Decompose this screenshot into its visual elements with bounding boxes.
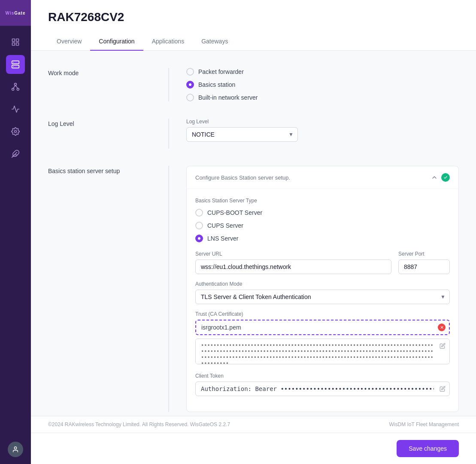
svg-point-13 [15, 131, 17, 133]
cert-textarea-wrapper [195, 339, 450, 366]
sidebar-item-analytics[interactable] [6, 100, 25, 119]
log-level-field-label: Log Level [186, 119, 459, 125]
page-title: RAK7268CV2 [48, 10, 459, 24]
server-setup-section: Basics station server setup Configure Ba… [48, 166, 459, 412]
radio-circle-lns [195, 235, 203, 242]
server-setup-card: Configure Basics Station server setup. [186, 166, 459, 412]
tab-configuration[interactable]: Configuration [90, 33, 143, 51]
server-type-radio-group: CUPS-BOOT Server CUPS Server LNS Server [195, 209, 450, 242]
collapse-icon[interactable] [431, 174, 438, 181]
svg-point-16 [14, 447, 16, 449]
svg-rect-3 [16, 43, 19, 46]
svg-rect-0 [12, 39, 15, 42]
footer: ©2024 RAKwireless Technology Limited. Al… [31, 416, 476, 433]
footer-brand: WisDM IoT Fleet Management [389, 421, 459, 427]
server-port-input[interactable] [398, 259, 450, 274]
server-port-group: Server Port [398, 251, 450, 274]
sidebar-item-devices[interactable] [6, 55, 25, 74]
radio-cups-boot[interactable]: CUPS-BOOT Server [195, 209, 450, 217]
ca-clear-button[interactable]: ✕ [438, 324, 446, 331]
radio-circle-cups [195, 222, 203, 229]
server-type-label: Basics Station Server Type [195, 198, 450, 204]
client-token-label: Client Token [195, 373, 450, 379]
radio-label-lns: LNS Server [207, 235, 238, 242]
server-setup-body: Basics Station Server Type CUPS-BOOT Ser… [187, 189, 458, 412]
server-setup-content: Configure Basics Station server setup. [186, 166, 459, 412]
radio-label-built-in-server: Built-in network server [198, 94, 258, 101]
auth-mode-label: Authentication Mode [195, 281, 450, 287]
radio-basics-station[interactable]: Basics station [186, 81, 459, 89]
svg-rect-5 [12, 65, 19, 68]
sidebar-item-settings[interactable] [6, 122, 25, 141]
log-level-content: Log Level NOTICE DEBUG INFO WARNING ERRO… [186, 119, 459, 149]
edit-cert-icon[interactable] [440, 343, 446, 349]
radio-lns[interactable]: LNS Server [195, 235, 450, 242]
server-url-label: Server URL [195, 251, 391, 257]
user-avatar[interactable] [8, 442, 23, 457]
radio-circle-built-in-server [186, 94, 194, 101]
svg-line-12 [15, 85, 18, 89]
page-header: RAK7268CV2 Overview Configuration Applic… [31, 0, 476, 51]
work-mode-section: Work mode Packet forwarder Basics statio… [48, 68, 459, 101]
section-divider-2 [168, 119, 169, 149]
radio-label-basics-station: Basics station [198, 81, 235, 88]
radio-packet-forwarder[interactable]: Packet forwarder [186, 68, 459, 76]
radio-label-packet-forwarder: Packet forwarder [198, 68, 244, 75]
auth-mode-select[interactable]: No Authentication TLS Server Authenticat… [195, 290, 450, 304]
svg-rect-1 [16, 39, 19, 42]
save-changes-button[interactable]: Save changes [397, 440, 459, 457]
client-token-group: Client Token [195, 373, 450, 396]
work-mode-content: Packet forwarder Basics station Built-in… [186, 68, 459, 101]
trust-ca-group: Trust (CA Certificate) ✕ [195, 311, 450, 366]
sidebar-bottom [8, 435, 23, 464]
tabs: Overview Configuration Applications Gate… [48, 33, 459, 50]
auth-mode-select-wrapper: No Authentication TLS Server Authenticat… [195, 290, 450, 304]
log-level-select[interactable]: NOTICE DEBUG INFO WARNING ERROR [186, 127, 298, 142]
radio-cups[interactable]: CUPS Server [195, 222, 450, 229]
server-url-group: Server URL [195, 251, 391, 274]
tab-gateways[interactable]: Gateways [193, 33, 236, 51]
cert-content-textarea[interactable] [195, 339, 450, 364]
sidebar: WisGate [0, 0, 31, 464]
trust-ca-label: Trust (CA Certificate) [195, 311, 450, 317]
svg-rect-2 [12, 43, 15, 46]
tab-overview[interactable]: Overview [48, 33, 90, 51]
server-setup-header: Configure Basics Station server setup. [187, 166, 458, 189]
ca-input-wrapper: ✕ [195, 320, 450, 335]
tab-applications[interactable]: Applications [143, 33, 193, 51]
radio-built-in-server[interactable]: Built-in network server [186, 94, 459, 101]
status-connected-icon [441, 173, 450, 182]
token-input-wrapper [195, 382, 450, 396]
sidebar-item-network[interactable] [6, 77, 25, 96]
ca-certificate-input[interactable] [195, 320, 450, 335]
radio-circle-basics-station [186, 81, 194, 89]
logo: WisGate [0, 0, 31, 26]
svg-line-11 [13, 85, 15, 89]
server-setup-label: Basics station server setup [48, 166, 151, 412]
section-divider-3 [168, 166, 169, 412]
radio-label-cups: CUPS Server [207, 222, 243, 229]
server-setup-description: Configure Basics Station server setup. [195, 174, 290, 181]
logo-text: WisGate [6, 11, 26, 15]
main-content: RAK7268CV2 Overview Configuration Applic… [31, 0, 476, 464]
radio-label-cups-boot: CUPS-BOOT Server [207, 209, 262, 216]
sidebar-item-extensions[interactable] [6, 144, 25, 163]
url-port-row: Server URL Server Port [195, 251, 450, 274]
radio-circle-packet-forwarder [186, 68, 194, 76]
work-mode-radio-group: Packet forwarder Basics station Built-in… [186, 68, 459, 101]
action-bar: Save changes [31, 433, 476, 464]
log-level-form-group: Log Level NOTICE DEBUG INFO WARNING ERRO… [186, 119, 459, 142]
client-token-input[interactable] [195, 382, 450, 396]
edit-token-icon[interactable] [440, 386, 446, 392]
server-url-input[interactable] [195, 259, 391, 274]
section-divider [168, 68, 169, 101]
auth-mode-group: Authentication Mode No Authentication TL… [195, 281, 450, 304]
sidebar-nav [6, 26, 25, 435]
svg-rect-4 [12, 61, 19, 64]
footer-copyright: ©2024 RAKwireless Technology Limited. Al… [48, 421, 230, 427]
content-area: Work mode Packet forwarder Basics statio… [31, 51, 476, 416]
radio-circle-cups-boot [195, 209, 203, 217]
log-level-select-wrapper: NOTICE DEBUG INFO WARNING ERROR ▼ [186, 127, 298, 142]
server-port-label: Server Port [398, 251, 450, 257]
sidebar-item-dashboard[interactable] [6, 33, 25, 52]
